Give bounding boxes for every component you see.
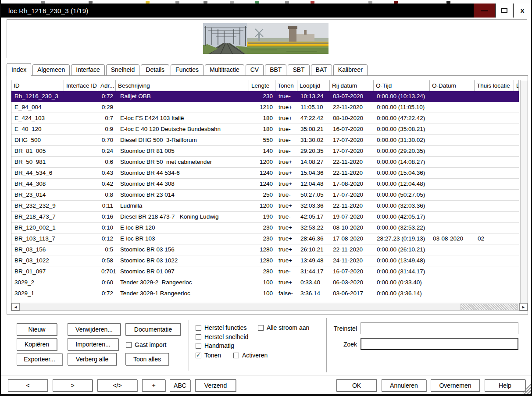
- checkbox-handmatig[interactable]: Handmatig: [196, 342, 234, 349]
- cell-4: 1280: [249, 255, 275, 266]
- table-row[interactable]: BR_44_3080:42Stoomloc BR 44 3081240true+…: [11, 179, 519, 190]
- column-header-beschrijving[interactable]: Beschrijving: [116, 80, 249, 91]
- checkbox-alle-stroom-aan[interactable]: Alle stroom aan: [258, 324, 309, 331]
- table-row[interactable]: 3029_10:72Tender 3029-1 Rangeerloc100fal…: [11, 288, 519, 299]
- table-row[interactable]: BR_81_0050:24Stoomloc BR 81 005140true-2…: [11, 146, 519, 157]
- table-row[interactable]: BR_103_113_70:12E-loc BR 103230true+28:4…: [11, 233, 519, 244]
- cell-11: [514, 91, 519, 102]
- table-row[interactable]: DHG_5000:70Diesel DHG 500 3-Railforum550…: [11, 135, 519, 146]
- tab-details[interactable]: Details: [141, 64, 169, 75]
- cell-6: 15:04.36: [297, 168, 330, 178]
- cell-3: Ludmilla: [116, 201, 249, 211]
- tab-sbt[interactable]: SBT: [288, 64, 309, 75]
- checkbox-herstel-functies[interactable]: Herstel functies: [196, 324, 246, 331]
- kopieren-button[interactable]: Kopiëren: [17, 338, 57, 350]
- checkbox-gast-import[interactable]: Gast import: [126, 341, 166, 348]
- tab-interface[interactable]: Interface: [71, 64, 104, 75]
- cell-3: E-loc BR 103: [116, 233, 249, 244]
- column-header-o-datum[interactable]: O-Datum: [430, 80, 475, 91]
- next-loc-button[interactable]: >: [53, 379, 93, 392]
- exporteer-button[interactable]: Exporteer...: [17, 353, 62, 365]
- previous-loc-button[interactable]: <: [8, 379, 48, 392]
- overnemen-button[interactable]: Overnemen: [431, 379, 480, 392]
- table-row[interactable]: BR_03_10220:58Stoomloc BR 03 10221280tru…: [11, 255, 519, 266]
- cell-3: Diesel DHG 500 3-Railforum: [116, 135, 249, 145]
- table-row[interactable]: BR_01_0970:701Stoomloc BR 01 097280true-…: [11, 266, 519, 277]
- close-button[interactable]: X: [513, 4, 531, 18]
- cell-4: 230: [249, 233, 275, 244]
- vertical-scrollbar[interactable]: [520, 80, 528, 303]
- plus-button[interactable]: +: [142, 379, 165, 392]
- tab-kalibreer[interactable]: Kalibreer: [333, 64, 368, 75]
- cell-7: 08-10-2020: [330, 113, 374, 124]
- table-row[interactable]: E_94_0040:291210true+11:05.1022-11-20200…: [11, 102, 519, 113]
- cell-9: [430, 277, 475, 288]
- cell-10: [475, 168, 514, 178]
- cell-2: 0:70: [98, 135, 116, 145]
- documentatie-button[interactable]: Documentatie: [125, 323, 181, 336]
- code-view-button[interactable]: </>: [97, 379, 137, 392]
- horizontal-scrollbar[interactable]: ◄ ►: [11, 303, 528, 311]
- scroll-right-button[interactable]: ►: [519, 303, 528, 311]
- cell-5: true+: [275, 168, 297, 178]
- verberg-alle-button[interactable]: Verberg alle: [68, 353, 117, 365]
- titlebar[interactable]: loc Rh_1216_230_3 (1/19) X: [1, 4, 531, 18]
- column-header-o-tijd[interactable]: O-Tijd: [374, 80, 430, 91]
- column-header-thuis-locatie[interactable]: Thuis locatie: [475, 80, 514, 91]
- cell-5: false-: [275, 288, 297, 299]
- column-header-adr-[interactable]: Adr...: [98, 80, 116, 91]
- table-row[interactable]: E_424_1030:7E-loc FS E424 103 Italië180t…: [11, 113, 519, 124]
- verwijderen-button[interactable]: Verwijderen...: [68, 323, 121, 336]
- abc-button[interactable]: ABC: [170, 379, 190, 392]
- desktop-sliver: [1, 0, 531, 4]
- tab-bbt[interactable]: BBT: [265, 64, 286, 75]
- annuleren-button[interactable]: Annuleren: [382, 379, 426, 392]
- scroll-left-button[interactable]: ◄: [11, 303, 20, 311]
- cell-7: 24-11-2020: [330, 255, 374, 266]
- tab-multitractie[interactable]: Multitractie: [205, 64, 244, 75]
- tab-snelheid[interactable]: Snelheid: [106, 64, 140, 75]
- table-row[interactable]: BR_232_232_90:11Ludmilla1200true+32:03.3…: [11, 201, 519, 212]
- importeren-button[interactable]: Importeren...: [68, 338, 118, 350]
- treinstel-input[interactable]: [361, 322, 518, 334]
- ok-button[interactable]: OK: [336, 379, 377, 392]
- cell-4: 140: [249, 146, 275, 156]
- checkbox-activeren[interactable]: Activeren: [233, 352, 268, 359]
- nieuw-button[interactable]: Nieuw: [17, 323, 57, 336]
- cell-2: 0:6: [98, 157, 116, 167]
- table-row[interactable]: BR_23_0140:8Stoomloc BR 23 014250true-50…: [11, 190, 519, 201]
- checkbox-herstel-snelheid[interactable]: Herstel snelheid: [196, 333, 248, 340]
- checkbox-tonen[interactable]: Tonen: [196, 352, 221, 359]
- scroll-thumb[interactable]: [461, 304, 518, 310]
- column-header-tonen[interactable]: Tonen: [275, 80, 297, 91]
- table-row[interactable]: BR_218_473_70:16Diesel BR 218 473-7 Koni…: [11, 212, 519, 223]
- tab-functies[interactable]: Functies: [171, 64, 204, 75]
- column-header-interface-id[interactable]: Interface ID: [64, 80, 98, 91]
- tab-cv[interactable]: CV: [246, 64, 264, 75]
- zoek-input[interactable]: [361, 338, 518, 350]
- table-row[interactable]: 3029_20:60Tender 3029-2 Rangeerloc100tru…: [11, 277, 519, 288]
- table-row[interactable]: BR_03_1560:5Stoomloc BR 03 1561280true+2…: [11, 244, 519, 255]
- table-row[interactable]: Rh_1216_230_30:72Railjet OBB230true-10:1…: [11, 91, 519, 102]
- minimize-button[interactable]: [473, 4, 495, 18]
- help-button[interactable]: Help: [485, 379, 525, 392]
- cell-2: 0:72: [98, 91, 116, 102]
- column-header-d[interactable]: D: [514, 80, 519, 91]
- maximize-button[interactable]: [495, 4, 513, 18]
- cell-8: 0:00.00 (12:04.48): [374, 179, 430, 189]
- verzend-button[interactable]: Verzend: [195, 379, 236, 392]
- cell-8: 28:27.23 (0:19.13): [374, 233, 430, 244]
- cell-3: Stoomloc BR 03 156: [116, 244, 249, 255]
- column-header-looptijd[interactable]: Looptijd: [297, 80, 330, 91]
- column-header-lengte[interactable]: Lengte: [249, 80, 275, 91]
- table-row[interactable]: BR_50_9810:6Stoomloc BR 50 met cabineten…: [11, 157, 519, 168]
- column-header-rij-datum[interactable]: Rij datum: [330, 80, 374, 91]
- tab-bat[interactable]: BAT: [311, 64, 332, 75]
- toon-alles-button[interactable]: Toon alles: [125, 353, 169, 365]
- tab-algemeen[interactable]: Algemeen: [32, 64, 70, 75]
- tab-index[interactable]: Index: [7, 63, 31, 76]
- column-header-id[interactable]: ID: [11, 80, 64, 91]
- table-row[interactable]: E_40_1200:9E-loc E 40 120 Deutsche Bunde…: [11, 124, 519, 135]
- table-row[interactable]: BR_120_002_10:10E-loc BR 120230true+32:5…: [11, 223, 519, 233]
- table-row[interactable]: BR_44_534_60:43Stoomloc BR 44 534-61240t…: [11, 168, 519, 179]
